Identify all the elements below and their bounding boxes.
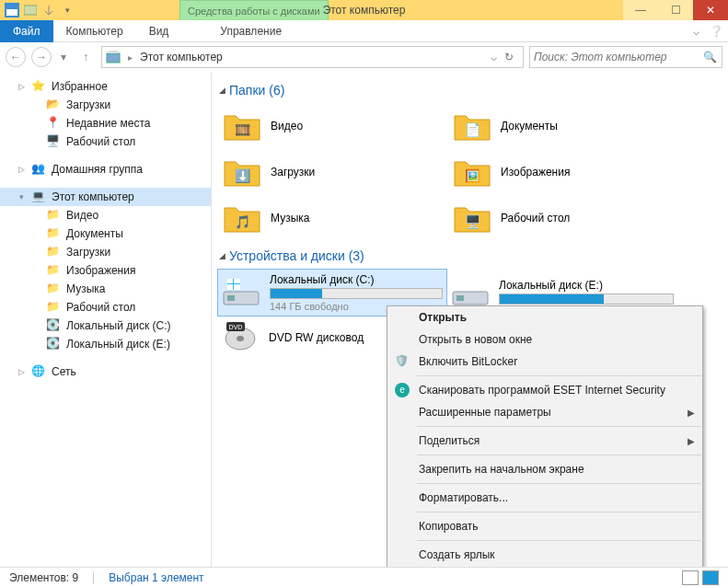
maximize-button[interactable]: ☐	[658, 0, 693, 20]
sidebar-item-videos[interactable]: 📁Видео	[0, 206, 211, 224]
drive-label: Локальный диск (C:)	[270, 273, 443, 286]
sidebar-item-desktop[interactable]: 🖥️Рабочий стол	[0, 132, 211, 151]
ribbon-expand-icon[interactable]: ⌵	[689, 25, 702, 38]
sidebar-item-desktop[interactable]: 📁Рабочий стол	[0, 298, 211, 317]
sidebar-item-label: Рабочий стол	[66, 135, 135, 148]
drives-header[interactable]: ◢Устройства и диски (3)	[219, 248, 722, 263]
search-box[interactable]: 🔍	[529, 46, 722, 68]
view-tab[interactable]: Вид	[136, 20, 182, 42]
view-details-button[interactable]	[682, 570, 699, 585]
sidebar-item-music[interactable]: 📁Музыка	[0, 280, 211, 298]
sidebar-item-downloads[interactable]: 📁Загрузки	[0, 243, 211, 261]
network-node[interactable]: ▷🌐Сеть	[0, 363, 211, 381]
history-dropdown-icon[interactable]: ▾	[57, 47, 70, 67]
folder-large-icon: 📄	[453, 109, 491, 144]
svg-rect-19	[456, 295, 464, 301]
folder-icon: 📁	[46, 282, 61, 296]
ctx-separator	[417, 512, 701, 512]
folder-item[interactable]: 🎵Музыка	[217, 195, 447, 241]
refresh-icon[interactable]: ↻	[504, 51, 514, 63]
sidebar-item-disk-e[interactable]: 💽Локальный диск (E:)	[0, 335, 211, 353]
folder-large-icon: 🎞️	[223, 109, 261, 144]
search-input[interactable]	[534, 51, 703, 63]
sidebar-item-label: Рабочий стол	[66, 301, 135, 314]
homegroup-icon: 👥	[31, 162, 46, 177]
capacity-bar	[270, 288, 443, 299]
submenu-arrow-icon: ▶	[688, 408, 695, 418]
favorites-node[interactable]: ▷⭐Избранное	[0, 77, 211, 96]
ctx-open-new-window[interactable]: Открыть в новом окне	[387, 328, 702, 351]
sidebar-item-disk-c[interactable]: 💽Локальный диск (C:)	[0, 317, 211, 335]
ctx-format[interactable]: Форматировать...	[387, 487, 702, 509]
back-button[interactable]: ←	[6, 47, 26, 67]
folder-label: Документы	[501, 120, 558, 132]
folder-icon: 📁	[46, 226, 61, 241]
disk-icon: 💽	[46, 337, 61, 351]
folder-label: Рабочий стол	[501, 212, 570, 224]
manage-tab[interactable]: Управление	[207, 20, 295, 42]
ctx-share[interactable]: Поделиться▶	[387, 430, 702, 452]
disk-tools-tab[interactable]: Средства работы с дисками	[179, 0, 329, 20]
ctx-bitlocker[interactable]: 🛡️Включить BitLocker	[387, 351, 702, 373]
sidebar-item-recent[interactable]: 📍Недавние места	[0, 114, 211, 132]
svg-text:📄: 📄	[465, 122, 481, 138]
sidebar-item-pictures[interactable]: 📁Изображения	[0, 261, 211, 280]
folder-item[interactable]: ⬇️Загрузки	[217, 149, 447, 195]
status-bar: Элементов: 9 Выбран 1 элемент	[0, 567, 728, 587]
svg-text:🖼️: 🖼️	[465, 168, 481, 184]
folder-label: Видео	[271, 120, 303, 132]
ctx-open[interactable]: Открыть	[387, 306, 702, 328]
help-icon[interactable]: ❔	[710, 25, 722, 38]
svg-rect-3	[107, 53, 120, 63]
close-button[interactable]: ✕	[693, 0, 728, 20]
submenu-arrow-icon: ▶	[688, 436, 695, 446]
favorites-label: Избранное	[52, 80, 108, 93]
qat-dropdown-icon[interactable]: ▾	[59, 2, 75, 18]
qat-item[interactable]	[22, 2, 39, 18]
star-icon: ⭐	[31, 79, 46, 94]
file-tab[interactable]: Файл	[0, 20, 53, 42]
folder-item[interactable]: 📄Документы	[447, 103, 677, 149]
ctx-label: Копировать	[419, 520, 479, 533]
minimize-button[interactable]: —	[623, 0, 658, 20]
folders-header[interactable]: ◢Папки (6)	[219, 83, 722, 98]
sidebar-item-label: Музыка	[66, 282, 105, 295]
folder-label: Загрузки	[271, 166, 315, 178]
sidebar-item-label: Загрузки	[66, 246, 110, 259]
ctx-label: Форматировать...	[419, 491, 508, 504]
forward-button[interactable]: →	[31, 47, 52, 67]
folder-large-icon: 🖥️	[453, 201, 491, 236]
breadcrumb[interactable]: ▸ Этот компьютер ⌵ ↻	[101, 46, 524, 68]
sidebar-item-downloads[interactable]: 📂Загрузки	[0, 96, 211, 114]
ctx-advanced[interactable]: Расширенные параметры▶	[387, 401, 702, 423]
search-icon[interactable]: 🔍	[703, 51, 718, 63]
homegroup-node[interactable]: ▷👥Домашняя группа	[0, 160, 211, 178]
sidebar-item-documents[interactable]: 📁Документы	[0, 224, 211, 243]
qat-item[interactable]	[40, 2, 57, 18]
svg-text:🎵: 🎵	[235, 214, 251, 230]
ctx-shortcut[interactable]: Создать ярлык	[387, 544, 702, 566]
eset-icon: e	[395, 383, 410, 397]
ctx-separator	[417, 540, 701, 541]
recent-icon: 📍	[46, 116, 61, 131]
computer-tab[interactable]: Компьютер	[53, 20, 136, 42]
status-separator	[93, 571, 94, 584]
view-tiles-button[interactable]	[702, 570, 719, 585]
folder-item[interactable]: 🖥️Рабочий стол	[447, 195, 677, 241]
this-pc-node[interactable]: ▾💻Этот компьютер	[0, 188, 211, 206]
ctx-eset-scan[interactable]: eСканировать программой ESET Internet Se…	[387, 379, 702, 401]
breadcrumb-dropdown-icon[interactable]: ⌵	[491, 51, 497, 63]
svg-rect-2	[24, 6, 37, 15]
svg-rect-14	[227, 279, 233, 283]
up-button[interactable]: ↑	[75, 47, 96, 67]
ctx-copy[interactable]: Копировать	[387, 515, 702, 537]
ctx-pin[interactable]: Закрепить на начальном экране	[387, 458, 702, 480]
context-menu: Открыть Открыть в новом окне 🛡️Включить …	[387, 305, 703, 587]
svg-rect-16	[227, 284, 233, 290]
folder-item[interactable]: 🖼️Изображения	[447, 149, 677, 195]
folder-item[interactable]: 🎞️Видео	[217, 103, 447, 149]
ctx-label: Открыть в новом окне	[419, 333, 532, 346]
breadcrumb-segment[interactable]: Этот компьютер	[140, 51, 223, 63]
hdd-icon	[222, 275, 260, 310]
disk-icon: 💽	[46, 318, 61, 333]
